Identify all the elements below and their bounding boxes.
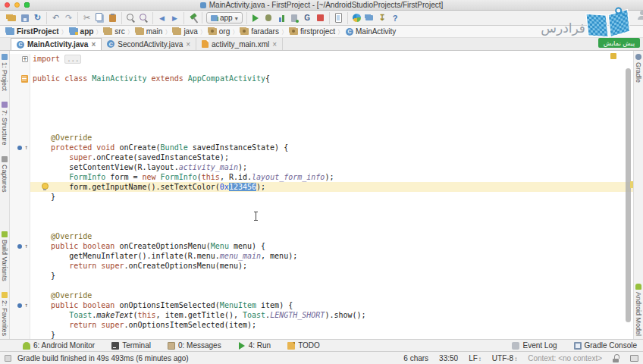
code-editor[interactable]: import ...public class MainActivity exte… bbox=[10, 51, 633, 339]
tab-close-icon[interactable] bbox=[186, 40, 190, 49]
toolwindow-switcher-icon[interactable] bbox=[5, 355, 11, 362]
tool-stripe-button-2-favorites[interactable]: 2: Favorites bbox=[1, 292, 8, 336]
code-line[interactable]: getMenuInflater().inflate(R.menu.menu_ma… bbox=[10, 251, 633, 261]
editor-tab[interactable]: activity_main.xml bbox=[196, 38, 283, 50]
code-line[interactable]: @Override bbox=[10, 231, 633, 241]
find-icon[interactable] bbox=[124, 12, 137, 24]
nav-forward-icon[interactable] bbox=[168, 12, 181, 24]
profiler-icon[interactable] bbox=[275, 12, 288, 24]
code-line[interactable]: return super.onCreateOptionsMenu(menu); bbox=[10, 261, 633, 271]
toolwindow-button-4-run[interactable]: 4: Run bbox=[238, 341, 271, 350]
lock-icon[interactable] bbox=[613, 354, 619, 362]
gutter bbox=[10, 74, 30, 83]
tool-stripe-button-gradle[interactable]: Gradle bbox=[635, 54, 642, 83]
override-method-icon[interactable] bbox=[17, 243, 28, 249]
avd-manager-icon[interactable] bbox=[332, 12, 345, 24]
open-icon[interactable] bbox=[5, 12, 18, 24]
editor-scrollbar[interactable] bbox=[626, 68, 631, 322]
tab-close-icon[interactable] bbox=[272, 40, 277, 49]
breadcrumb-item[interactable]: faradars bbox=[239, 27, 281, 36]
sdk-manager-icon[interactable] bbox=[350, 12, 363, 24]
run-config-select[interactable]: app bbox=[206, 12, 243, 24]
build-hammer-icon[interactable] bbox=[187, 12, 199, 24]
code-line[interactable]: } bbox=[10, 192, 633, 202]
undo-icon[interactable] bbox=[49, 12, 62, 24]
breadcrumb-item[interactable]: firstproject bbox=[288, 27, 337, 36]
copy-icon[interactable] bbox=[93, 12, 106, 24]
breadcrumb-item[interactable]: java bbox=[171, 27, 199, 36]
line-ending-selector[interactable]: LF bbox=[469, 354, 481, 362]
code-line[interactable]: @Override bbox=[10, 290, 633, 300]
code-line[interactable]: super.onCreate(savedInstanceState); bbox=[10, 152, 633, 162]
toolwindow-button-todo[interactable]: TODO bbox=[287, 341, 320, 350]
code-line[interactable]: import ... bbox=[10, 54, 633, 64]
fold-expand-icon[interactable] bbox=[22, 56, 28, 62]
stop-icon[interactable] bbox=[314, 12, 327, 24]
code-line[interactable]: public boolean onCreateOptionsMenu(Menu … bbox=[10, 241, 633, 251]
related-file-icon[interactable] bbox=[21, 75, 28, 83]
code-line[interactable] bbox=[10, 93, 633, 103]
debug-icon[interactable] bbox=[262, 12, 275, 24]
editor-tab[interactable]: SecondActivity.java bbox=[102, 38, 196, 50]
code-line[interactable]: return super.onOptionsItemSelected(item)… bbox=[10, 320, 633, 330]
code-line[interactable]: } bbox=[10, 271, 633, 281]
tab-close-icon[interactable] bbox=[91, 40, 96, 49]
project-structure-icon[interactable] bbox=[363, 12, 376, 24]
code-line[interactable] bbox=[10, 221, 633, 231]
code-line[interactable]: } bbox=[10, 330, 633, 339]
code-line[interactable]: public class MainActivity extends AppCom… bbox=[10, 74, 633, 83]
code-line[interactable] bbox=[10, 202, 633, 212]
intention-bulb-icon[interactable] bbox=[42, 183, 48, 191]
code-line[interactable]: form.getInputName().setTextColor(0x12345… bbox=[10, 182, 633, 192]
code-line[interactable]: FormInfo form = new FormInfo(this, R.id.… bbox=[10, 172, 633, 182]
code-line[interactable]: protected void onCreate(Bundle savedInst… bbox=[10, 143, 633, 152]
override-method-icon[interactable] bbox=[17, 145, 28, 151]
tool-stripe-button-7-structure[interactable]: 7: Structure bbox=[1, 102, 8, 146]
toolwindow-button-gradle-console[interactable]: Gradle Console bbox=[574, 341, 637, 350]
sync-icon[interactable] bbox=[31, 12, 44, 24]
encoding-selector[interactable]: UTF-8 bbox=[492, 354, 517, 362]
save-icon[interactable] bbox=[18, 12, 31, 24]
code-line[interactable] bbox=[10, 113, 633, 123]
breadcrumb-item[interactable]: FirstProject bbox=[5, 27, 61, 36]
tool-stripe-button-1-project[interactable]: 1: Project bbox=[1, 54, 8, 91]
cut-icon[interactable] bbox=[80, 12, 93, 24]
code-line[interactable] bbox=[10, 64, 633, 74]
help-icon[interactable] bbox=[389, 12, 402, 24]
code-line[interactable]: setContentView(R.layout.activity_main); bbox=[10, 162, 633, 172]
redo-icon[interactable] bbox=[62, 12, 75, 24]
tool-stripe-button-android-model[interactable]: Android Model bbox=[635, 284, 642, 336]
toolwindow-button-0-messages[interactable]: 0: Messages bbox=[168, 341, 221, 350]
override-method-icon[interactable] bbox=[17, 303, 28, 309]
run-icon[interactable] bbox=[249, 12, 262, 24]
breadcrumb-item[interactable]: org bbox=[207, 27, 231, 36]
attach-debugger-icon[interactable] bbox=[288, 12, 301, 24]
context-widget[interactable]: Context: <no context> bbox=[528, 354, 602, 362]
code-line[interactable] bbox=[10, 212, 633, 221]
code-line[interactable] bbox=[10, 281, 633, 290]
paste-icon[interactable] bbox=[106, 12, 119, 24]
code-line[interactable]: @Override bbox=[10, 133, 633, 143]
breadcrumb-item[interactable]: src bbox=[102, 27, 126, 36]
caret-position[interactable]: 33:50 bbox=[439, 354, 458, 362]
toolwindow-button-terminal[interactable]: Terminal bbox=[111, 341, 151, 350]
code-line[interactable] bbox=[10, 83, 633, 93]
code-line[interactable] bbox=[10, 103, 633, 113]
replace-icon[interactable] bbox=[137, 12, 150, 24]
tool-stripe-button-build-variants[interactable]: Build Variants bbox=[1, 231, 8, 281]
breadcrumb-item[interactable]: main bbox=[134, 27, 165, 36]
coverage-icon[interactable] bbox=[301, 12, 314, 24]
inspection-status-icon[interactable] bbox=[610, 53, 616, 59]
code-line[interactable]: Toast.makeText(this, item.getTitle(), To… bbox=[10, 310, 633, 320]
tool-stripe-button-captures[interactable]: Captures bbox=[1, 156, 8, 193]
code-line[interactable] bbox=[10, 123, 633, 133]
toolwindow-button-event-log[interactable]: Event Log bbox=[512, 341, 557, 350]
nav-back-icon[interactable] bbox=[155, 12, 168, 24]
sdk-updates-icon[interactable] bbox=[376, 12, 389, 24]
breadcrumb-item[interactable]: app bbox=[68, 27, 96, 36]
code-line[interactable]: public boolean onOptionsItemSelected(Men… bbox=[10, 300, 633, 310]
toolwindow-button-6-android-monitor[interactable]: 6: Android Monitor bbox=[23, 341, 95, 350]
breadcrumb-item[interactable]: MainActivity bbox=[344, 27, 397, 36]
highlighting-level-icon[interactable] bbox=[630, 355, 638, 362]
editor-tab[interactable]: MainActivity.java bbox=[11, 38, 102, 50]
